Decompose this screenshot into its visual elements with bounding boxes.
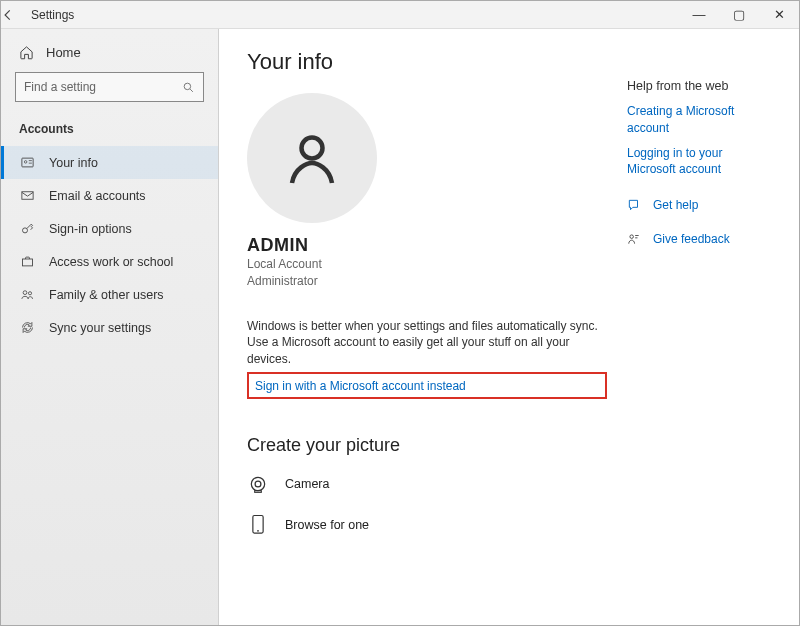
mail-icon: [19, 188, 35, 203]
home-label: Home: [46, 45, 81, 60]
search-input[interactable]: Find a setting: [15, 72, 204, 102]
create-picture-heading: Create your picture: [247, 435, 607, 456]
help-link-create-account[interactable]: Creating a Microsoft account: [627, 103, 771, 137]
id-card-icon: [19, 155, 35, 170]
signin-ms-account-link[interactable]: Sign in with a Microsoft account instead: [255, 379, 466, 393]
home-icon: [19, 45, 34, 60]
section-heading: Accounts: [1, 116, 218, 146]
sync-icon: [19, 320, 35, 335]
picture-option-browse[interactable]: Browse for one: [247, 514, 607, 536]
svg-point-16: [257, 530, 259, 532]
ms-account-note: Windows is better when your settings and…: [247, 318, 607, 368]
briefcase-icon: [19, 254, 35, 269]
help-heading: Help from the web: [627, 79, 771, 93]
picture-option-camera[interactable]: Camera: [247, 474, 607, 494]
help-icon: [627, 198, 643, 212]
svg-point-11: [302, 138, 323, 159]
get-help-link[interactable]: Get help: [653, 198, 698, 212]
give-feedback-link[interactable]: Give feedback: [653, 232, 730, 246]
titlebar: Settings — ▢ ✕: [1, 1, 799, 29]
sidebar: Home Find a setting Accounts Your info: [1, 29, 219, 625]
role-text: Administrator: [247, 273, 607, 290]
browse-icon: [247, 514, 269, 536]
svg-rect-6: [21, 192, 32, 200]
sidebar-item-signin-options[interactable]: Sign-in options: [1, 212, 218, 245]
sidebar-item-label: Access work or school: [49, 255, 173, 269]
sidebar-item-family-users[interactable]: Family & other users: [1, 278, 218, 311]
picture-option-label: Camera: [285, 477, 329, 491]
window-title: Settings: [31, 8, 679, 22]
svg-rect-14: [255, 491, 262, 493]
people-icon: [19, 287, 35, 302]
svg-rect-8: [22, 259, 32, 266]
sidebar-item-email-accounts[interactable]: Email & accounts: [1, 179, 218, 212]
maximize-button[interactable]: ▢: [719, 7, 759, 22]
svg-point-13: [255, 481, 261, 487]
svg-point-9: [23, 291, 27, 295]
search-placeholder: Find a setting: [24, 80, 182, 94]
sidebar-item-label: Your info: [49, 156, 98, 170]
picture-option-label: Browse for one: [285, 518, 369, 532]
svg-line-1: [190, 89, 193, 92]
sidebar-item-label: Sync your settings: [49, 321, 151, 335]
svg-point-7: [22, 228, 27, 233]
close-button[interactable]: ✕: [759, 7, 799, 22]
person-icon: [282, 128, 342, 188]
sidebar-item-label: Family & other users: [49, 288, 164, 302]
svg-point-17: [630, 235, 634, 239]
back-arrow-icon: [1, 8, 15, 22]
page-title: Your info: [247, 49, 607, 75]
svg-point-3: [24, 161, 27, 164]
feedback-icon: [627, 232, 643, 246]
key-icon: [19, 221, 35, 236]
camera-icon: [247, 474, 269, 494]
help-link-login-account[interactable]: Logging in to your Microsoft account: [627, 145, 771, 179]
svg-point-0: [184, 83, 191, 90]
back-button[interactable]: [1, 8, 31, 22]
sidebar-item-your-info[interactable]: Your info: [1, 146, 218, 179]
svg-rect-2: [21, 158, 32, 167]
signin-highlight-box: Sign in with a Microsoft account instead: [247, 372, 607, 399]
profile-avatar: [247, 93, 377, 223]
sidebar-item-access-work-school[interactable]: Access work or school: [1, 245, 218, 278]
sidebar-item-label: Email & accounts: [49, 189, 146, 203]
account-type-text: Local Account: [247, 256, 607, 273]
sidebar-item-sync-settings[interactable]: Sync your settings: [1, 311, 218, 344]
svg-point-10: [28, 292, 31, 295]
search-icon: [182, 81, 195, 94]
svg-point-12: [251, 477, 264, 490]
minimize-button[interactable]: —: [679, 7, 719, 22]
home-nav[interactable]: Home: [1, 39, 218, 72]
sidebar-item-label: Sign-in options: [49, 222, 132, 236]
username-text: ADMIN: [247, 235, 607, 256]
